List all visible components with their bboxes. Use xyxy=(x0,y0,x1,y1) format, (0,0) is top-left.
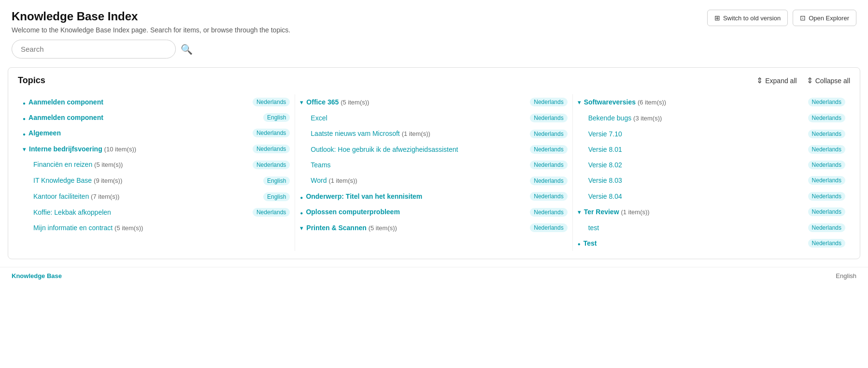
lang-badge: Nederlands xyxy=(530,161,567,169)
topic-row: ●Oplossen computerprobleemNederlands xyxy=(300,207,567,216)
chevron-down-icon[interactable]: ▾ xyxy=(578,99,581,106)
list-item: ●Onderwerp: Titel van het kennisitemNede… xyxy=(300,189,567,204)
topic-name[interactable]: Onderwerp: Titel van het kennisitem xyxy=(306,192,527,201)
bullet-icon: ● xyxy=(23,101,26,106)
switch-icon: ⊞ xyxy=(714,14,720,22)
topic-row: Versie 8.01Nederlands xyxy=(588,145,845,154)
topic-name[interactable]: Office 365 (5 item(s)) xyxy=(306,98,527,107)
topic-row: Outlook: Hoe gebruik ik de afwezigheidsa… xyxy=(311,145,567,154)
topics-header: Topics ⇕ Expand all ⇕ Collapse all xyxy=(18,75,850,86)
topic-row: ●Onderwerp: Titel van het kennisitemNede… xyxy=(300,192,567,201)
topic-name[interactable]: Koffie: Lekbak afkoppelen xyxy=(33,208,250,217)
expand-all-label: Expand all xyxy=(765,77,797,85)
topic-name[interactable]: Teams xyxy=(311,161,527,169)
topic-row: Laatste nieuws vam Microsoft (1 item(s))… xyxy=(311,129,567,138)
lang-badge: Nederlands xyxy=(253,145,290,153)
list-item: TeamsNederlands xyxy=(300,157,567,173)
lang-badge: Nederlands xyxy=(808,223,845,232)
topic-row: IT Knowledge Base (9 item(s))English xyxy=(33,176,290,185)
topic-name[interactable]: Versie 8.01 xyxy=(588,145,805,154)
lang-badge: Nederlands xyxy=(530,192,567,201)
lang-badge: Nederlands xyxy=(808,176,845,185)
lang-badge: Nederlands xyxy=(808,145,845,154)
search-submit-button[interactable]: 🔍 xyxy=(181,44,193,55)
topic-name[interactable]: Aanmelden component xyxy=(28,98,250,106)
topic-row: ●AlgemeenNederlands xyxy=(23,129,290,137)
list-item: Versie 7.10Nederlands xyxy=(578,126,845,142)
topic-name[interactable]: Algemeen xyxy=(28,129,250,137)
topic-name[interactable]: Laatste nieuws vam Microsoft (1 item(s)) xyxy=(311,129,527,138)
topic-name[interactable]: Interne bedrijfsvoering (10 item(s)) xyxy=(29,145,250,154)
page-footer: Knowledge Base English xyxy=(0,267,868,284)
switch-version-button[interactable]: ⊞ Switch to old version xyxy=(707,10,788,26)
topic-row: ▾Softwareversies (6 item(s))Nederlands xyxy=(578,98,845,107)
topic-name[interactable]: Word (1 item(s)) xyxy=(311,176,527,185)
topic-name[interactable]: Test xyxy=(583,239,805,248)
open-explorer-label: Open Explorer xyxy=(809,15,849,22)
topic-name[interactable]: Bekende bugs (3 item(s)) xyxy=(588,114,805,123)
topic-row: Versie 8.04Nederlands xyxy=(588,192,845,201)
list-item: ExcelNederlands xyxy=(300,110,567,126)
collapse-all-button[interactable]: ⇕ Collapse all xyxy=(807,76,850,85)
topic-name[interactable]: Versie 8.04 xyxy=(588,192,805,201)
switch-version-label: Switch to old version xyxy=(723,15,781,22)
topic-name[interactable]: Softwareversies (6 item(s)) xyxy=(584,98,805,107)
list-item: testNederlands xyxy=(578,220,845,236)
chevron-down-icon[interactable]: ▾ xyxy=(300,224,303,232)
open-explorer-button[interactable]: ⊡ Open Explorer xyxy=(793,10,856,26)
list-item: ▾Printen & Scannen (5 item(s))Nederlands xyxy=(300,220,567,236)
lang-badge: Nederlands xyxy=(253,161,290,169)
topic-name[interactable]: Outlook: Hoe gebruik ik de afwezigheidsa… xyxy=(311,145,527,154)
topic-name[interactable]: test xyxy=(588,223,805,232)
list-item: Laatste nieuws vam Microsoft (1 item(s))… xyxy=(300,126,567,142)
list-item: ▾Interne bedrijfsvoering (10 item(s))Ned… xyxy=(23,141,290,157)
chevron-down-icon[interactable]: ▾ xyxy=(23,146,26,153)
topic-row: Versie 8.03Nederlands xyxy=(588,176,845,185)
list-item: IT Knowledge Base (9 item(s))English xyxy=(23,173,290,189)
expand-all-button[interactable]: ⇕ Expand all xyxy=(756,76,797,85)
search-input[interactable] xyxy=(12,40,176,59)
topic-name[interactable]: Aanmelden component xyxy=(28,113,260,122)
topics-column-1: ●Aanmelden componentNederlands●Aanmelden… xyxy=(18,94,295,251)
topic-name[interactable]: Versie 8.02 xyxy=(588,161,805,169)
lang-badge: Nederlands xyxy=(253,98,290,106)
list-item: Koffie: Lekbak afkoppelenNederlands xyxy=(23,205,290,220)
topic-name[interactable]: Ter Review (1 item(s)) xyxy=(584,207,805,217)
lang-badge: Nederlands xyxy=(530,223,567,232)
topic-row: ●TestNederlands xyxy=(578,239,845,248)
list-item: Word (1 item(s))Nederlands xyxy=(300,173,567,189)
lang-badge: Nederlands xyxy=(808,114,845,122)
search-bar: 🔍 xyxy=(0,40,868,67)
topic-name[interactable]: Excel xyxy=(311,114,527,122)
topic-name[interactable]: Oplossen computerprobleem xyxy=(306,207,527,216)
topic-row: testNederlands xyxy=(588,223,845,232)
list-item: ●AlgemeenNederlands xyxy=(23,125,290,141)
topic-name[interactable]: Versie 8.03 xyxy=(588,176,805,185)
topic-name[interactable]: Kantoor faciliteiten (7 item(s)) xyxy=(33,192,260,201)
topic-row: TeamsNederlands xyxy=(311,161,567,169)
topic-name[interactable]: Versie 7.10 xyxy=(588,130,805,138)
list-item: Financiën en reizen (5 item(s))Nederland… xyxy=(23,157,290,173)
topic-name[interactable]: Printen & Scannen (5 item(s)) xyxy=(306,223,527,233)
list-item: ●Oplossen computerprobleemNederlands xyxy=(300,204,567,220)
topic-name[interactable]: Mijn informatie en contract (5 item(s)) xyxy=(33,223,290,233)
topics-columns: ●Aanmelden componentNederlands●Aanmelden… xyxy=(18,94,850,251)
explorer-icon: ⊡ xyxy=(800,14,806,22)
topic-row: Versie 8.02Nederlands xyxy=(588,161,845,169)
topics-column-3: ▾Softwareversies (6 item(s))NederlandsBe… xyxy=(573,94,850,251)
topics-column-2: ▾Office 365 (5 item(s))NederlandsExcelNe… xyxy=(295,94,572,251)
topic-name[interactable]: IT Knowledge Base (9 item(s)) xyxy=(33,176,260,185)
footer-left: Knowledge Base xyxy=(12,272,62,280)
list-item: ●Aanmelden componentEnglish xyxy=(23,110,290,125)
list-item: ▾Office 365 (5 item(s))Nederlands xyxy=(300,94,567,110)
chevron-down-icon[interactable]: ▾ xyxy=(578,208,581,216)
bullet-icon: ● xyxy=(578,241,581,247)
chevron-down-icon[interactable]: ▾ xyxy=(300,99,303,106)
topic-row: ▾Printen & Scannen (5 item(s))Nederlands xyxy=(300,223,567,233)
topic-name[interactable]: Financiën en reizen (5 item(s)) xyxy=(33,160,250,169)
list-item: Mijn informatie en contract (5 item(s)) xyxy=(23,220,290,236)
list-item: ▾Softwareversies (6 item(s))Nederlands xyxy=(578,94,845,110)
lang-badge: Nederlands xyxy=(808,161,845,169)
list-item: Versie 8.02Nederlands xyxy=(578,157,845,173)
footer-right: English xyxy=(836,272,856,280)
